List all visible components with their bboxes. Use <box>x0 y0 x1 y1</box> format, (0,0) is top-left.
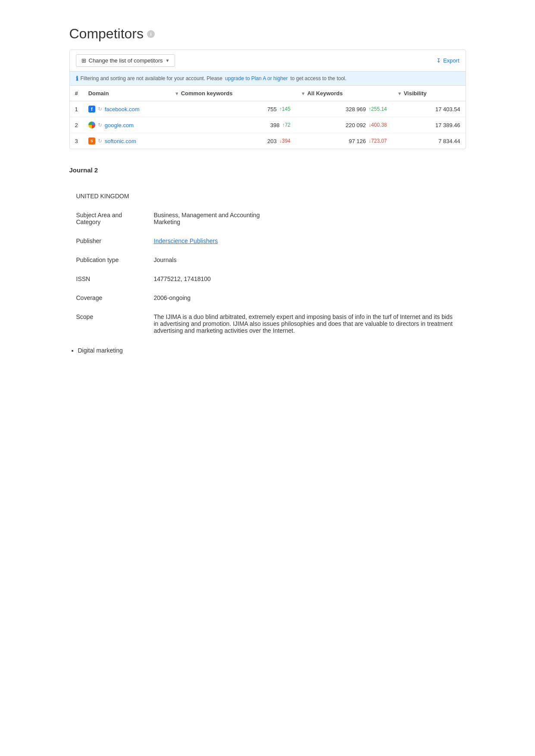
publisher-link[interactable]: Inderscience Publishers <box>154 237 218 244</box>
filter-icon: ▼ <box>175 91 179 96</box>
google-icon <box>88 122 95 128</box>
export-icon: ↧ <box>436 57 441 64</box>
journal-value: The IJIMA is a duo blind arbitrated, ext… <box>147 307 466 340</box>
softonic-icon: S <box>88 137 95 144</box>
bullet-item: Digital marketing <box>78 347 466 354</box>
journal-section: Journal 2 UNITED KINGDOMSubject Area and… <box>69 166 466 354</box>
all-keywords-value: 97 126 <box>349 138 366 144</box>
all-keywords-cell: 97 126 ↓723.07 <box>296 133 392 149</box>
domain-cell: S ↻ softonic.com <box>83 133 169 149</box>
rank-cell: 2 <box>70 117 83 133</box>
all-keywords-value: 328 969 <box>346 106 366 112</box>
common-keywords-value: 203 <box>267 138 277 144</box>
journal-label: UNITED KINGDOM <box>69 187 147 206</box>
journal-value <box>147 187 466 206</box>
all-keywords-value: 220 092 <box>346 122 366 128</box>
domain-link[interactable]: facebook.com <box>105 106 140 112</box>
journal-row: Subject Area and CategoryBusiness, Manag… <box>69 206 466 231</box>
table-row: 1 f ↻ facebook.com 755 ↑145 328 969 ↑255… <box>70 101 466 117</box>
change-list-icon: ⊞ <box>81 57 86 64</box>
common-keywords-cell: 398 ↑72 <box>169 117 296 133</box>
rank-cell: 3 <box>70 133 83 149</box>
alert-icon: ℹ <box>76 75 78 82</box>
competitors-card: ⊞ Change the list of competitors ▼ ↧ Exp… <box>69 50 466 149</box>
rank-cell: 1 <box>70 101 83 117</box>
alert-text: Filtering and sorting are not available … <box>81 75 223 81</box>
table-row: 3 S ↻ softonic.com 203 ↓394 97 126 ↓723.… <box>70 133 466 149</box>
common-keywords-cell: 203 ↓394 <box>169 133 296 149</box>
export-label: Export <box>443 57 460 64</box>
journal-row: Publication typeJournals <box>69 250 466 269</box>
journal-value: Business, Management and AccountingMarke… <box>147 206 466 231</box>
journal-row: UNITED KINGDOM <box>69 187 466 206</box>
all-keywords-cell: 328 969 ↑255.14 <box>296 101 392 117</box>
journal-row: ISSN14775212, 17418100 <box>69 269 466 288</box>
domain-link[interactable]: google.com <box>105 122 134 128</box>
common-keywords-trend: ↓394 <box>279 138 291 144</box>
filter-icon-2: ▼ <box>301 91 306 96</box>
change-list-button[interactable]: ⊞ Change the list of competitors ▼ <box>76 54 175 67</box>
multiline-value: Business, Management and Accounting <box>154 212 260 219</box>
info-icon[interactable]: i <box>147 30 155 38</box>
all-keywords-cell: 220 092 ↓400.38 <box>296 117 392 133</box>
journal-label: ISSN <box>69 269 147 288</box>
export-button[interactable]: ↧ Export <box>436 57 460 64</box>
journal-title: Journal 2 <box>69 166 466 174</box>
journal-row: ScopeThe IJIMA is a duo blind arbitrated… <box>69 307 466 340</box>
visibility-cell: 17 403.54 <box>392 101 465 117</box>
facebook-icon: f <box>88 106 95 112</box>
multiline-value: Marketing <box>154 219 180 225</box>
alert-bar: ℹ Filtering and sorting are not availabl… <box>70 72 466 86</box>
journal-label: Subject Area and Category <box>69 206 147 231</box>
all-keywords-trend: ↓723.07 <box>369 138 387 144</box>
refresh-icon[interactable]: ↻ <box>98 138 102 144</box>
col-visibility[interactable]: ▼ Visibility <box>392 86 465 101</box>
refresh-icon[interactable]: ↻ <box>98 122 102 128</box>
filter-icon-3: ▼ <box>397 91 402 96</box>
competitors-table: # Domain ▼ Common keywords ▼ All Keyword… <box>70 86 466 149</box>
competitors-title-text: Competitors <box>69 26 144 42</box>
common-keywords-trend: ↑72 <box>282 122 290 128</box>
visibility-cell: 17 389.46 <box>392 117 465 133</box>
toolbar: ⊞ Change the list of competitors ▼ ↧ Exp… <box>70 50 466 72</box>
journal-row: Coverage2006-ongoing <box>69 288 466 307</box>
change-list-label: Change the list of competitors <box>89 57 163 64</box>
journal-table: UNITED KINGDOMSubject Area and CategoryB… <box>69 187 466 340</box>
upgrade-link[interactable]: upgrade to Plan A or higher <box>225 75 288 81</box>
refresh-icon[interactable]: ↻ <box>98 106 102 112</box>
journal-label: Scope <box>69 307 147 340</box>
journal-value: 2006-ongoing <box>147 288 466 307</box>
col-all-keywords[interactable]: ▼ All Keywords <box>296 86 392 101</box>
journal-value[interactable]: Inderscience Publishers <box>147 231 466 250</box>
journal-row: PublisherInderscience Publishers <box>69 231 466 250</box>
competitors-section-title: Competitors i <box>69 26 466 42</box>
alert-text2: to get access to the tool. <box>290 75 346 81</box>
journal-label: Publisher <box>69 231 147 250</box>
domain-cell: ↻ google.com <box>83 117 169 133</box>
col-domain: Domain <box>83 86 169 101</box>
common-keywords-value: 398 <box>270 122 280 128</box>
domain-link[interactable]: softonic.com <box>105 138 136 144</box>
table-row: 2 ↻ google.com 398 ↑72 220 092 ↓400.38 1… <box>70 117 466 133</box>
common-keywords-value: 755 <box>267 106 277 112</box>
journal-label: Coverage <box>69 288 147 307</box>
journal-label: Publication type <box>69 250 147 269</box>
visibility-cell: 7 834.44 <box>392 133 465 149</box>
domain-cell: f ↻ facebook.com <box>83 101 169 117</box>
journal-value: Journals <box>147 250 466 269</box>
all-keywords-trend: ↓400.38 <box>369 122 387 128</box>
common-keywords-cell: 755 ↑145 <box>169 101 296 117</box>
bullet-list: Digital marketing <box>69 347 466 354</box>
journal-value: 14775212, 17418100 <box>147 269 466 288</box>
all-keywords-trend: ↑255.14 <box>369 106 387 112</box>
col-rank: # <box>70 86 83 101</box>
common-keywords-trend: ↑145 <box>279 106 291 112</box>
col-common-keywords[interactable]: ▼ Common keywords <box>169 86 296 101</box>
chevron-down-icon: ▼ <box>165 58 169 63</box>
